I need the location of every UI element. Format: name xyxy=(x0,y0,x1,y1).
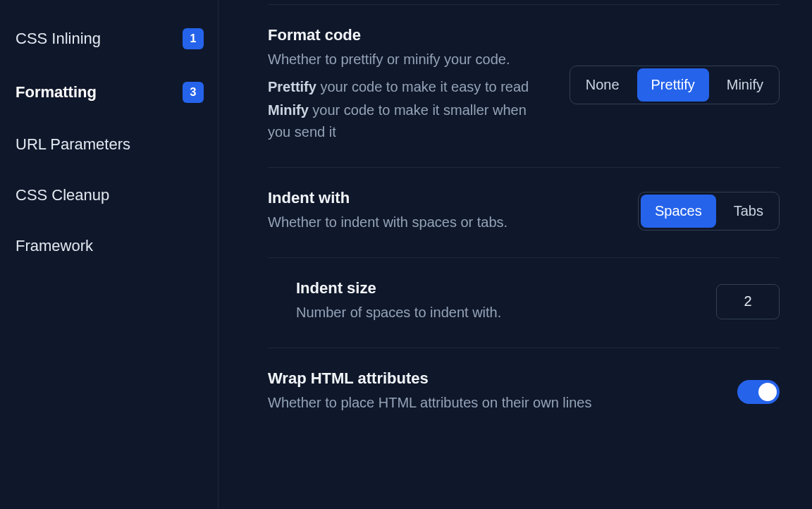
toggle-knob xyxy=(758,383,777,401)
sidebar-item-label: URL Parameters xyxy=(16,135,204,154)
format-option-prettify[interactable]: Prettify xyxy=(637,68,709,102)
sidebar-item-formatting[interactable]: Formatting 3 xyxy=(16,75,204,110)
sidebar-item-framework[interactable]: Framework xyxy=(16,230,204,262)
setting-wrap-html-attributes: Wrap HTML attributes Whether to place HT… xyxy=(268,348,780,438)
setting-description: Number of spaces to indent with. xyxy=(296,302,695,324)
sidebar-item-css-cleanup[interactable]: CSS Cleanup xyxy=(16,179,204,211)
setting-description: Whether to place HTML attributes on thei… xyxy=(268,392,716,414)
settings-main: Format code Whether to prettify or minif… xyxy=(219,0,812,509)
setting-title: Indent size xyxy=(296,279,695,298)
sidebar-item-css-inlining[interactable]: CSS Inlining 1 xyxy=(16,21,204,56)
indent-option-spaces[interactable]: Spaces xyxy=(641,195,716,228)
indent-option-tabs[interactable]: Tabs xyxy=(718,195,779,228)
indent-with-segmented: Spaces Tabs xyxy=(638,192,780,231)
sidebar-item-url-parameters[interactable]: URL Parameters xyxy=(16,128,204,161)
setting-title: Wrap HTML attributes xyxy=(268,369,716,388)
settings-sidebar: CSS Inlining 1 Formatting 3 URL Paramete… xyxy=(0,0,219,509)
setting-title: Indent with xyxy=(268,189,617,207)
sidebar-item-label: CSS Cleanup xyxy=(16,186,204,204)
format-option-none[interactable]: None xyxy=(570,68,635,102)
sidebar-item-label: CSS Inlining xyxy=(16,30,183,48)
sidebar-item-label: Formatting xyxy=(16,83,183,102)
indent-size-input[interactable] xyxy=(716,284,780,319)
format-option-minify[interactable]: Minify xyxy=(711,68,779,102)
sidebar-item-label: Framework xyxy=(16,237,204,255)
setting-description: Whether to indent with spaces or tabs. xyxy=(268,211,617,233)
wrap-attrs-toggle[interactable] xyxy=(737,380,780,404)
sidebar-item-badge: 1 xyxy=(183,28,204,49)
setting-indent-with: Indent with Whether to indent with space… xyxy=(268,167,780,257)
setting-description: Whether to prettify or minify your code.… xyxy=(268,49,548,143)
sidebar-item-badge: 3 xyxy=(183,82,204,103)
setting-indent-size: Indent size Number of spaces to indent w… xyxy=(268,257,780,348)
setting-format-code: Format code Whether to prettify or minif… xyxy=(268,4,780,167)
format-code-segmented: None Prettify Minify xyxy=(570,66,780,104)
setting-title: Format code xyxy=(268,26,548,44)
